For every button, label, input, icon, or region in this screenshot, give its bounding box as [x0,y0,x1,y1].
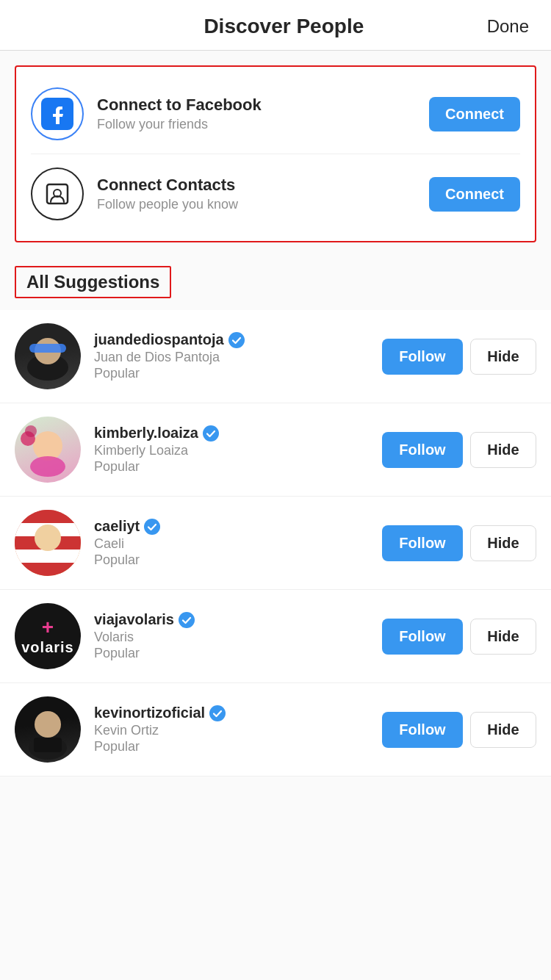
contacts-icon [43,180,71,208]
verified-icon [203,425,219,442]
suggestion-actions: Follow Hide [382,525,536,561]
suggestion-info: kevinortizoficial Kevin Ortiz Popular [94,705,382,754]
svg-rect-5 [29,344,66,353]
suggestion-username: kevinortizoficial [94,705,205,721]
svg-point-11 [203,425,219,442]
all-suggestions-label: All Suggestions [26,272,159,292]
follow-button[interactable]: Follow [382,525,463,561]
avatar [15,323,81,389]
username-row: kimberly.loaiza [94,425,382,442]
avatar [15,417,81,483]
suggestion-info: viajavolaris Volaris Popular [94,611,382,661]
suggestion-type: Popular [94,646,382,661]
svg-point-18 [35,525,61,551]
connect-contacts-button[interactable]: Connect [429,177,520,212]
page-title: Discover People [204,15,364,38]
username-row: caeliyt [94,518,382,535]
hide-button[interactable]: Hide [470,619,536,655]
suggestion-item: + volaris viajavolaris Volaris Popular F… [0,590,551,683]
suggestion-actions: Follow Hide [382,619,536,655]
avatar [15,696,81,763]
follow-button[interactable]: Follow [382,432,463,468]
username-row: kevinortizoficial [94,705,382,721]
all-suggestions-header: All Suggestions [15,266,171,298]
header: Discover People Done [0,0,551,51]
suggestion-type: Popular [94,459,382,475]
suggestion-type: Popular [94,552,382,568]
suggestion-info: caeliyt Caeli Popular [94,518,382,568]
username-row: juandediospantoja [94,331,382,348]
svg-point-6 [228,332,245,348]
suggestion-username: juandediospantoja [94,331,224,348]
svg-point-22 [35,711,61,738]
svg-point-24 [209,705,226,721]
connect-facebook-title: Connect to Facebook [97,96,429,115]
svg-point-20 [179,612,195,628]
suggestion-actions: Follow Hide [382,432,536,468]
connect-facebook-text: Connect to Facebook Follow your friends [97,96,429,132]
hide-button[interactable]: Hide [470,339,536,375]
suggestion-type: Popular [94,366,382,381]
connect-contacts-subtitle: Follow people you know [97,197,429,212]
svg-rect-13 [15,510,81,523]
done-button[interactable]: Done [487,16,529,37]
suggestion-username: kimberly.loaiza [94,425,198,442]
suggestion-type: Popular [94,739,382,754]
suggestion-username: viajavolaris [94,611,174,628]
svg-rect-16 [15,550,81,563]
hide-button[interactable]: Hide [470,432,536,468]
connect-contacts-item: Connect Contacts Follow people you know … [16,154,535,234]
connect-contacts-title: Connect Contacts [97,176,429,195]
suggestion-fullname: Caeli [94,536,382,552]
suggestion-item: juandediospantoja Juan de Dios Pantoja P… [0,310,551,403]
suggestion-info: juandediospantoja Juan de Dios Pantoja P… [94,331,382,381]
svg-rect-23 [34,738,62,752]
verified-icon [179,612,195,628]
verified-icon [228,332,245,348]
suggestion-username: caeliyt [94,518,140,535]
contacts-icon-wrapper [31,167,84,220]
suggestion-actions: Follow Hide [382,712,536,748]
verified-icon [144,519,160,535]
follow-button[interactable]: Follow [382,339,463,375]
connect-facebook-subtitle: Follow your friends [97,117,429,132]
suggestion-actions: Follow Hide [382,339,536,375]
hide-button[interactable]: Hide [470,712,536,748]
suggestion-fullname: Kevin Ortiz [94,723,382,738]
connect-section: Connect to Facebook Follow your friends … [15,65,536,242]
suggestion-list: juandediospantoja Juan de Dios Pantoja P… [0,310,551,777]
connect-contacts-text: Connect Contacts Follow people you know [97,176,429,212]
follow-button[interactable]: Follow [382,712,463,748]
verified-icon [209,705,226,721]
connect-facebook-button[interactable]: Connect [429,97,520,131]
username-row: viajavolaris [94,611,382,628]
facebook-icon-wrapper [31,87,84,140]
avatar: + volaris [15,603,81,669]
hide-button[interactable]: Hide [470,525,536,561]
suggestion-fullname: Kimberly Loaiza [94,443,382,458]
follow-button[interactable]: Follow [382,619,463,655]
svg-point-8 [30,456,65,477]
avatar [15,510,81,576]
suggestion-fullname: Juan de Dios Pantoja [94,350,382,365]
suggestion-info: kimberly.loaiza Kimberly Loaiza Popular [94,425,382,475]
svg-point-19 [144,519,160,535]
suggestion-item: caeliyt Caeli Popular Follow Hide [0,497,551,590]
suggestion-item: kevinortizoficial Kevin Ortiz Popular Fo… [0,683,551,777]
svg-rect-17 [15,563,81,576]
connect-facebook-item: Connect to Facebook Follow your friends … [16,74,535,154]
facebook-icon [41,98,73,130]
suggestion-fullname: Volaris [94,630,382,645]
svg-point-10 [25,425,37,437]
suggestion-item: kimberly.loaiza Kimberly Loaiza Popular … [0,403,551,497]
